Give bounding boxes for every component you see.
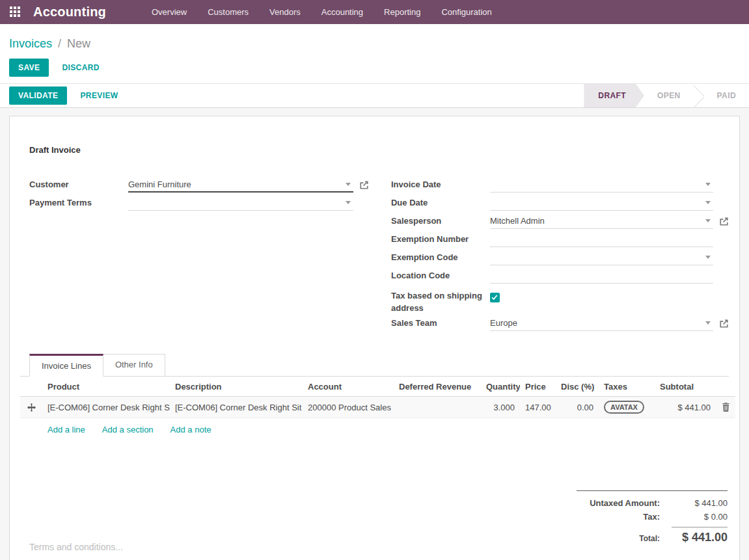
exemption-code-label: Exemption Code	[391, 250, 490, 262]
cell-deferred-revenue[interactable]	[394, 397, 481, 418]
invoice-line-row[interactable]: [E-COM06] Corner Desk Right Sit [E-COM06…	[20, 397, 735, 418]
cell-taxes: AVATAX	[599, 397, 655, 418]
discard-button[interactable]: DISCARD	[53, 59, 108, 77]
salesperson-label: Salesperson	[391, 213, 490, 226]
sales-team-field[interactable]: Europe	[490, 315, 713, 331]
menu-customers[interactable]: Customers	[200, 1, 256, 23]
location-code-field[interactable]	[490, 268, 713, 284]
drag-handle-icon[interactable]	[20, 397, 42, 418]
menu-overview[interactable]: Overview	[144, 1, 195, 23]
form-title: Draft Invoice	[29, 145, 729, 155]
col-header-discount: Disc (%)	[556, 377, 599, 397]
add-a-line-link[interactable]: Add a line	[48, 425, 85, 434]
salesperson-value[interactable]: Mitchell Admin	[490, 216, 703, 226]
col-header-product: Product	[42, 377, 170, 397]
cell-quantity[interactable]: 3.000	[481, 397, 520, 418]
tax-shipping-checkbox[interactable]	[490, 293, 500, 302]
sales-team-label: Sales Team	[391, 315, 490, 328]
payment-terms-field[interactable]	[128, 195, 353, 211]
apps-grid-icon[interactable]	[10, 7, 21, 18]
save-button[interactable]: SAVE	[9, 59, 49, 77]
exemption-number-field[interactable]	[490, 232, 713, 247]
cell-subtotal[interactable]: $ 441.00	[655, 397, 716, 418]
location-code-label: Location Code	[391, 268, 490, 280]
status-open[interactable]: OPEN	[644, 84, 694, 107]
invoice-date-label: Invoice Date	[391, 177, 490, 189]
exemption-code-caret-down-icon[interactable]	[705, 256, 711, 259]
tab-invoice-lines[interactable]: Invoice Lines	[29, 354, 103, 377]
salesperson-field[interactable]: Mitchell Admin	[490, 213, 713, 229]
breadcrumb: Invoices / New	[9, 37, 740, 51]
exemption-number-label: Exemption Number	[391, 232, 490, 244]
sales-team-value[interactable]: Europe	[490, 318, 703, 328]
menu-reporting[interactable]: Reporting	[376, 1, 428, 23]
main-menu: Overview Customers Vendors Accounting Re…	[144, 1, 500, 23]
invoice-form-sheet: Draft Invoice Customer Gemini Furniture …	[9, 116, 740, 560]
breadcrumb-invoices[interactable]: Invoices	[9, 37, 52, 50]
cell-account[interactable]: 200000 Product Sales	[303, 397, 394, 418]
due-date-field[interactable]	[490, 195, 713, 211]
breadcrumb-current: New	[67, 37, 90, 50]
control-panel: Invoices / New SAVE DISCARD	[0, 24, 749, 83]
untaxed-amount-value: $ 441.00	[672, 498, 728, 508]
tax-badge[interactable]: AVATAX	[604, 401, 644, 414]
validate-button[interactable]: VALIDATE	[9, 87, 67, 105]
col-header-taxes: Taxes	[599, 377, 655, 397]
salesperson-caret-down-icon[interactable]	[705, 219, 711, 222]
add-a-note-link[interactable]: Add a note	[170, 425, 211, 434]
breadcrumb-separator: /	[58, 37, 61, 50]
payment-terms-caret-down-icon[interactable]	[346, 201, 351, 204]
payment-terms-label: Payment Terms	[29, 195, 128, 207]
col-header-subtotal: Subtotal	[655, 377, 716, 397]
tab-other-info[interactable]: Other Info	[103, 354, 165, 377]
col-header-account: Account	[303, 377, 394, 397]
menu-vendors[interactable]: Vendors	[262, 1, 308, 23]
invoice-lines-table: Product Description Account Deferred Rev…	[20, 377, 735, 418]
cell-discount[interactable]: 0.00	[556, 397, 599, 418]
customer-label: Customer	[29, 177, 128, 189]
sales-team-caret-down-icon[interactable]	[705, 321, 711, 325]
customer-value[interactable]: Gemini Furniture	[128, 180, 343, 189]
tax-value: $ 0.00	[672, 512, 728, 522]
tax-label: Tax:	[643, 512, 660, 522]
cell-product[interactable]: [E-COM06] Corner Desk Right Sit	[42, 397, 170, 418]
preview-button[interactable]: PREVIEW	[71, 87, 127, 105]
customer-external-link-icon[interactable]	[359, 180, 369, 190]
cell-price[interactable]: 147.00	[520, 397, 556, 418]
untaxed-amount-label: Untaxed Amount:	[590, 498, 660, 508]
terms-and-conditions-input[interactable]: Terms and conditions...	[20, 539, 729, 555]
customer-caret-down-icon[interactable]	[346, 183, 351, 186]
totals-block: Untaxed Amount: $ 441.00 Tax: $ 0.00 Tot…	[577, 490, 728, 546]
invoice-date-caret-down-icon[interactable]	[705, 183, 711, 186]
status-paid[interactable]: PAID	[704, 84, 749, 107]
notebook-tabs: Invoice Lines Other Info	[29, 354, 729, 377]
status-pipeline: DRAFT OPEN PAID	[584, 84, 749, 107]
col-header-deferred-revenue: Deferred Revenue	[394, 377, 481, 397]
line-add-links: Add a line Add a section Add a note	[20, 418, 729, 441]
menu-accounting[interactable]: Accounting	[314, 1, 371, 23]
menu-configuration[interactable]: Configuration	[433, 1, 499, 23]
col-header-description: Description	[170, 377, 303, 397]
exemption-code-field[interactable]	[490, 250, 713, 265]
delete-line-trash-icon[interactable]	[716, 397, 735, 418]
app-title: Accounting	[33, 5, 106, 20]
tax-shipping-label: Tax based on shipping address	[391, 288, 490, 314]
add-a-section-link[interactable]: Add a section	[102, 425, 154, 434]
cell-description[interactable]: [E-COM06] Corner Desk Right Sit	[170, 397, 303, 418]
top-navbar: Accounting Overview Customers Vendors Ac…	[0, 0, 749, 24]
due-date-label: Due Date	[391, 195, 490, 207]
customer-field[interactable]: Gemini Furniture	[128, 177, 353, 193]
statusbar: VALIDATE PREVIEW DRAFT OPEN PAID	[0, 83, 749, 108]
salesperson-external-link-icon[interactable]	[719, 217, 729, 226]
due-date-caret-down-icon[interactable]	[705, 201, 711, 204]
col-header-price: Price	[520, 377, 556, 397]
invoice-date-field[interactable]	[490, 177, 713, 193]
col-header-quantity: Quantity	[481, 377, 520, 397]
status-draft[interactable]: DRAFT	[584, 84, 644, 107]
status-chevron-separator	[694, 84, 704, 107]
sales-team-external-link-icon[interactable]	[719, 319, 729, 328]
